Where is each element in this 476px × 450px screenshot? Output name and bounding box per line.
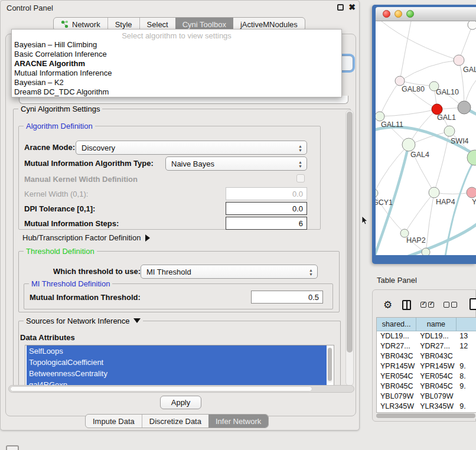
- settings-horizontal-scrollbar[interactable]: [8, 385, 354, 393]
- dropdown-item[interactable]: Dream8 DC_TDC Algorithm: [12, 87, 341, 97]
- control-panel-titlebar: Control Panel ✖: [1, 1, 359, 15]
- scrollbar-thumb[interactable]: [376, 413, 475, 418]
- mi-algorithm-type-label: Mutual Information Algorithm Type:: [24, 159, 154, 168]
- settings-vertical-scrollbar[interactable]: [345, 110, 354, 386]
- node-label: GCY1: [376, 198, 393, 207]
- which-threshold-combo[interactable]: MI Threshold ▲▼: [141, 265, 318, 279]
- node-label: HAP4: [436, 198, 455, 206]
- node-gal4[interactable]: [402, 138, 415, 151]
- dpi-tolerance-field[interactable]: 0.0: [226, 202, 307, 215]
- close-traffic-light-icon[interactable]: [383, 10, 390, 18]
- collapse-down-icon: [133, 318, 141, 323]
- node-gal80[interactable]: [395, 76, 405, 86]
- table-toolbar: ⚙: [373, 295, 475, 315]
- scrollbar-thumb[interactable]: [347, 112, 353, 353]
- mi-steps-label: Mutual Information Steps:: [24, 219, 119, 228]
- kernel-width-field[interactable]: 0.0: [226, 187, 307, 200]
- node-pink[interactable]: [467, 187, 476, 198]
- dropdown-item[interactable]: Bayesian – Hill Climbing: [12, 40, 341, 50]
- node-gcy1[interactable]: [376, 189, 378, 197]
- scrollbar-thumb[interactable]: [328, 348, 332, 381]
- mi-threshold-field[interactable]: 0.5: [251, 291, 323, 304]
- column-header-name[interactable]: name: [416, 318, 456, 331]
- table-row[interactable]: YBL079WYBL079W: [377, 392, 476, 402]
- threshold-definition-group: Threshold Definition Which threshold to …: [18, 251, 340, 312]
- column-header-shared-name[interactable]: shared...: [377, 318, 416, 331]
- deselect-all-icon[interactable]: [444, 302, 457, 308]
- data-attributes-label: Data Attributes: [20, 333, 75, 342]
- node-label: GAL1: [437, 113, 456, 122]
- list-item[interactable]: SelfLoops: [27, 345, 327, 357]
- apply-button[interactable]: Apply: [160, 396, 201, 409]
- dropdown-item-selected[interactable]: ARACNE Algorithm: [12, 59, 341, 69]
- dropdown-item[interactable]: Bayesian – K2: [12, 78, 341, 87]
- columns-icon[interactable]: [402, 300, 411, 310]
- hub-transcription-factor-toggle[interactable]: Hub/Transcription Factor Definition: [22, 233, 150, 242]
- scrollbar-thumb[interactable]: [10, 386, 312, 392]
- node-table: shared... name YDL19...YDL19...13 YDR27.…: [376, 317, 476, 413]
- control-panel-window: Control Panel ✖ Network Style Select Cyn…: [0, 0, 360, 431]
- mi-threshold-label: Mutual Information Threshold:: [30, 293, 141, 302]
- zoom-traffic-light-icon[interactable]: [406, 10, 414, 18]
- sources-group: Sources for Network Inference Data Attri…: [18, 321, 341, 387]
- data-attributes-list[interactable]: SelfLoops TopologicalCoefficient Between…: [25, 345, 334, 386]
- dropdown-item[interactable]: Basic Correlation Inference: [12, 50, 341, 59]
- table-horizontal-scrollbar[interactable]: [376, 413, 476, 419]
- mi-algorithm-type-combo[interactable]: Naive Bayes ▲▼: [165, 156, 307, 171]
- sources-title[interactable]: Sources for Network Inference: [24, 317, 143, 325]
- close-icon[interactable]: ✖: [348, 2, 356, 12]
- list-vertical-scrollbar[interactable]: [327, 347, 332, 383]
- node-label: Y: [472, 198, 476, 206]
- float-window-icon[interactable]: [337, 4, 344, 11]
- algorithm-definition-title: Algorithm Definition: [24, 122, 95, 131]
- list-item[interactable]: BetweennessCentrality: [27, 368, 327, 379]
- node-gal2[interactable]: [454, 55, 464, 66]
- tab-discretize-data[interactable]: Discretize Data: [142, 415, 208, 428]
- table-panel-header: Table Panel: [372, 272, 476, 288]
- combo-arrows-icon: ▲▼: [308, 267, 314, 278]
- minimize-traffic-light-icon[interactable]: [395, 10, 402, 18]
- select-all-icon[interactable]: [420, 302, 434, 308]
- table-row[interactable]: YPR145WYPR145W9.: [377, 361, 476, 371]
- manual-kernel-width-label: Manual Kernel Width Definition: [24, 175, 138, 184]
- table-header-row: shared... name: [377, 318, 476, 331]
- table-panel-title: Table Panel: [377, 276, 417, 285]
- aracne-mode-label: Aracne Mode:: [24, 143, 75, 152]
- node-hap4[interactable]: [429, 187, 439, 198]
- node-gray[interactable]: [458, 101, 471, 114]
- cyni-algorithm-settings-group: Cyni Algorithm Settings Algorithm Defini…: [13, 109, 351, 387]
- control-panel-title: Control Panel: [6, 4, 53, 12]
- network-canvas[interactable]: GAL GAL80 GAL10 GAL1 GAL11 SWI4 GAL4 GCY…: [376, 21, 476, 255]
- manual-kernel-width-checkbox[interactable]: [296, 174, 305, 182]
- kernel-width-label: Kernel Width (0,1):: [24, 190, 88, 198]
- table-row[interactable]: YDL19...YDL19...13: [377, 331, 476, 341]
- node-swi4[interactable]: [444, 126, 455, 136]
- tab-impute-data[interactable]: Impute Data: [86, 415, 142, 428]
- node-unlabeled[interactable]: [422, 248, 430, 255]
- table-row[interactable]: YLR345WYLR345W9.: [377, 402, 476, 412]
- node-label: GAL80: [402, 85, 425, 93]
- node-gal11[interactable]: [376, 112, 384, 121]
- dropdown-item[interactable]: Mutual Information Inference: [12, 69, 341, 78]
- table-row[interactable]: YDR27...YDR27...12: [377, 341, 476, 351]
- column-header-partial[interactable]: [457, 318, 476, 331]
- which-threshold-label: Which threshold to use:: [53, 267, 141, 276]
- network-graph-icon: [61, 20, 69, 28]
- list-item[interactable]: TopologicalCoefficient: [27, 357, 327, 368]
- mi-threshold-definition-group: MI Threshold Definition Mutual Informati…: [24, 283, 333, 309]
- tab-infer-network[interactable]: Infer Network: [208, 415, 268, 428]
- table-row[interactable]: YER054CYER054C8.: [377, 371, 476, 381]
- dropdown-prompt: Select algorithm to view settings: [12, 30, 341, 40]
- node-label: GAL10: [436, 88, 459, 96]
- partial-footer-icon[interactable]: [6, 445, 19, 450]
- node-label: SWI4: [451, 137, 469, 145]
- cyni-algorithm-settings-title: Cyni Algorithm Settings: [18, 105, 102, 113]
- node-label: GAL4: [410, 151, 429, 159]
- table-row[interactable]: YBR043CYBR043C: [377, 351, 476, 361]
- node-unlabeled[interactable]: [468, 21, 476, 30]
- mi-steps-field[interactable]: 6: [226, 217, 307, 230]
- table-row[interactable]: YBR045CYBR045C9.: [377, 381, 476, 392]
- gear-icon[interactable]: ⚙: [383, 299, 392, 311]
- aracne-mode-combo[interactable]: Discovery ▲▼: [76, 141, 307, 155]
- document-icon[interactable]: [470, 298, 476, 310]
